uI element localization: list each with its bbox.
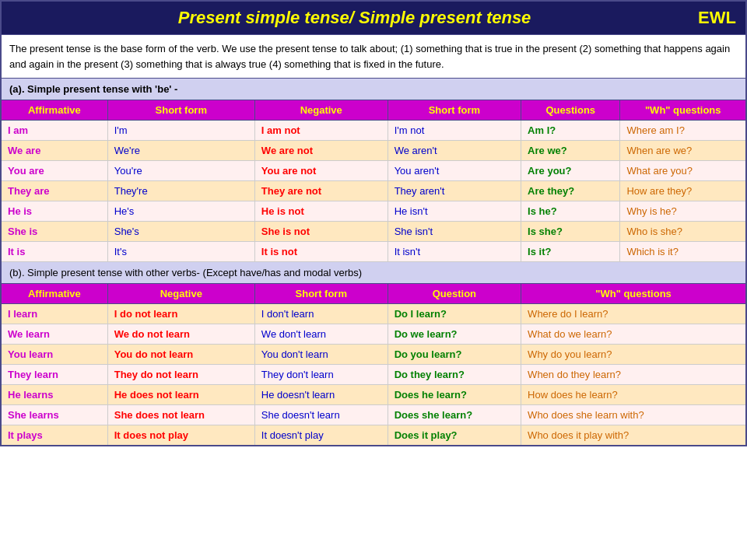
short-cell: She doesn't learn bbox=[254, 405, 388, 425]
short2-cell: She isn't bbox=[388, 222, 521, 242]
q-cell: Do they learn? bbox=[388, 365, 521, 385]
short1-cell: They're bbox=[107, 181, 254, 201]
col-header-short2: Short form bbox=[388, 100, 521, 121]
wh-cell: Why is he? bbox=[620, 201, 746, 222]
q-cell: Is she? bbox=[521, 222, 620, 242]
col-header-short1: Short form bbox=[107, 100, 254, 121]
aff-cell: I am bbox=[1, 121, 107, 141]
wh-cell: What are you? bbox=[620, 161, 746, 181]
wh-cell: Which is it? bbox=[620, 242, 746, 262]
table-row: He learns He does not learn He doesn't l… bbox=[1, 385, 746, 405]
short-cell: I don't learn bbox=[254, 304, 388, 324]
aff-cell: It is bbox=[1, 242, 107, 262]
aff-cell: You are bbox=[1, 161, 107, 181]
col-header-wh: "Wh" questions bbox=[620, 100, 746, 121]
q-cell: Is it? bbox=[521, 242, 620, 262]
wh-cell: Where do I learn? bbox=[521, 304, 746, 324]
table-row: You are You're You are not You aren't Ar… bbox=[1, 161, 746, 181]
neg-cell: They do not learn bbox=[107, 365, 254, 385]
neg-cell: I do not learn bbox=[107, 304, 254, 324]
q-cell: Does it play? bbox=[388, 425, 521, 446]
short2-cell: I'm not bbox=[388, 121, 521, 141]
neg-cell: They are not bbox=[254, 181, 388, 201]
aff-cell: You learn bbox=[1, 345, 107, 365]
neg-cell: We do not learn bbox=[107, 324, 254, 345]
aff-cell: They learn bbox=[1, 365, 107, 385]
col-header-affirmative: Affirmative bbox=[1, 100, 107, 121]
neg-cell: She is not bbox=[254, 222, 388, 242]
neg-cell: He does not learn bbox=[107, 385, 254, 405]
q-cell: Are you? bbox=[521, 161, 620, 181]
section-b-col-headers: Affirmative Negative Short form Question… bbox=[1, 284, 746, 304]
short-cell: He doesn't learn bbox=[254, 385, 388, 405]
wh-cell: Where am I? bbox=[620, 121, 746, 141]
aff-cell: They are bbox=[1, 181, 107, 201]
q-cell: Does she learn? bbox=[388, 405, 521, 425]
short1-cell: You're bbox=[107, 161, 254, 181]
table-row: They are They're They are not They aren'… bbox=[1, 181, 746, 201]
table-row: It is It's It is not It isn't Is it? Whi… bbox=[1, 242, 746, 262]
neg-cell: She does not learn bbox=[107, 405, 254, 425]
neg-cell: We are not bbox=[254, 141, 388, 161]
table-row: She learns She does not learn She doesn'… bbox=[1, 405, 746, 425]
q-cell: Are they? bbox=[521, 181, 620, 201]
col-b-header-negative: Negative bbox=[107, 284, 254, 304]
col-b-header-wh: "Wh" questions bbox=[521, 284, 746, 304]
short1-cell: He's bbox=[107, 201, 254, 222]
short1-cell: She's bbox=[107, 222, 254, 242]
aff-cell: I learn bbox=[1, 304, 107, 324]
section-b-header-row: (b). Simple present tense with other ver… bbox=[1, 262, 746, 284]
wh-cell: How does he learn? bbox=[521, 385, 746, 405]
col-b-header-question: Question bbox=[388, 284, 521, 304]
q-cell: Am I? bbox=[521, 121, 620, 141]
neg-cell: You are not bbox=[254, 161, 388, 181]
neg-cell: I am not bbox=[254, 121, 388, 141]
neg-cell: He is not bbox=[254, 201, 388, 222]
short2-cell: You aren't bbox=[388, 161, 521, 181]
q-cell: Are we? bbox=[521, 141, 620, 161]
intro-text: The present tense is the base form of th… bbox=[1, 35, 746, 79]
short2-cell: We aren't bbox=[388, 141, 521, 161]
short-cell: We don't learn bbox=[254, 324, 388, 345]
col-b-header-affirmative: Affirmative bbox=[1, 284, 107, 304]
col-header-negative: Negative bbox=[254, 100, 388, 121]
col-b-header-short: Short form bbox=[254, 284, 388, 304]
section-b-header: (b). Simple present tense with other ver… bbox=[1, 262, 746, 284]
table-row: We learn We do not learn We don't learn … bbox=[1, 324, 746, 345]
table-row: I am I'm I am not I'm not Am I? Where am… bbox=[1, 121, 746, 141]
short1-cell: We're bbox=[107, 141, 254, 161]
short2-cell: It isn't bbox=[388, 242, 521, 262]
aff-cell: She learns bbox=[1, 405, 107, 425]
title-cell: Present simple tense/ Simple present ten… bbox=[1, 1, 746, 35]
short1-cell: It's bbox=[107, 242, 254, 262]
wh-cell: How are they? bbox=[620, 181, 746, 201]
short2-cell: They aren't bbox=[388, 181, 521, 201]
intro-row: The present tense is the base form of th… bbox=[1, 35, 746, 79]
section-a-col-headers: Affirmative Short form Negative Short fo… bbox=[1, 100, 746, 121]
col-header-questions: Questions bbox=[521, 100, 620, 121]
wh-cell: When are we? bbox=[620, 141, 746, 161]
table-row: You learn You do not learn You don't lea… bbox=[1, 345, 746, 365]
short-cell: You don't learn bbox=[254, 345, 388, 365]
aff-cell: We learn bbox=[1, 324, 107, 345]
main-table: Present simple tense/ Simple present ten… bbox=[0, 0, 747, 446]
aff-cell: It plays bbox=[1, 425, 107, 446]
section-a-header: (a). Simple present tense with 'be' - bbox=[1, 79, 746, 100]
q-cell: Do we learn? bbox=[388, 324, 521, 345]
title-row: Present simple tense/ Simple present ten… bbox=[1, 1, 746, 35]
wh-cell: Who does it play with? bbox=[521, 425, 746, 446]
short-cell: It doesn't play bbox=[254, 425, 388, 446]
aff-cell: He is bbox=[1, 201, 107, 222]
short-cell: They don't learn bbox=[254, 365, 388, 385]
brand-title: EWL bbox=[698, 8, 736, 28]
q-cell: Is he? bbox=[521, 201, 620, 222]
table-row: It plays It does not play It doesn't pla… bbox=[1, 425, 746, 446]
short2-cell: He isn't bbox=[388, 201, 521, 222]
table-row: She is She's She is not She isn't Is she… bbox=[1, 222, 746, 242]
section-a-header-row: (a). Simple present tense with 'be' - bbox=[1, 79, 746, 100]
main-title: Present simple tense/ Simple present ten… bbox=[178, 8, 531, 27]
table-row: He is He's He is not He isn't Is he? Why… bbox=[1, 201, 746, 222]
q-cell: Do I learn? bbox=[388, 304, 521, 324]
wh-cell: Why do you learn? bbox=[521, 345, 746, 365]
short1-cell: I'm bbox=[107, 121, 254, 141]
